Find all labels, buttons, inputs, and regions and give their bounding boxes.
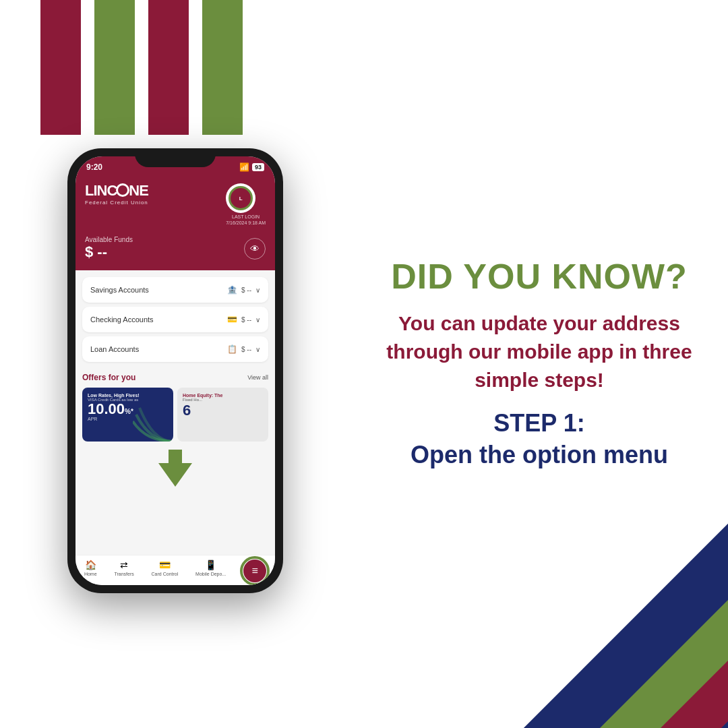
nav-transfers[interactable]: ⇄ Transfers [114, 559, 133, 582]
loan-account-label: Loan Accounts [90, 345, 139, 353]
offer-card-title: Low Rates, High Fives! [88, 393, 168, 398]
offer-card-main: Low Rates, High Fives! VISA Credit Cards… [82, 388, 173, 442]
checking-account-label: Checking Accounts [90, 315, 154, 324]
offers-header: Offers for you View all [82, 373, 268, 382]
nav-card-control[interactable]: 💳 Card Control [152, 559, 179, 582]
account-row-checking[interactable]: Checking Accounts 💳 $ -- ∨ [82, 307, 268, 332]
rainbow-decoration [133, 401, 173, 442]
offers-cards: Low Rates, High Fives! VISA Credit Cards… [82, 388, 268, 442]
status-right: 📶 93 [239, 162, 264, 172]
savings-icon: 🏦 [227, 285, 237, 295]
funds-info: Available Funds $ -- [85, 236, 133, 261]
eye-button[interactable]: 👁 [244, 238, 266, 260]
account-row-loan[interactable]: Loan Accounts 📋 $ -- ∨ [82, 336, 268, 362]
savings-account-label: Savings Accounts [90, 286, 149, 294]
account-row-savings[interactable]: Savings Accounts 🏦 $ -- ∨ [82, 277, 268, 303]
menu-button-area: ≡ [243, 559, 266, 582]
offer-card-2-rate: 6 [183, 402, 263, 419]
mobile-deposit-icon: 📱 [205, 559, 216, 570]
offer-card-2-content: Home Equity: The Fixed Ho... 6 [177, 388, 268, 442]
main-description: You can update your address through our … [377, 309, 701, 394]
avatar: L [226, 183, 255, 213]
battery-indicator: 93 [252, 163, 264, 171]
phone-mockup: 9:20 📶 93 LINCNE Federal Credit Union [67, 148, 283, 593]
did-you-know-heading: DID YOU KNOW? [391, 257, 688, 296]
view-all-link[interactable]: View all [247, 374, 268, 381]
phone-screen: 9:20 📶 93 LINCNE Federal Credit Union [75, 156, 275, 585]
savings-account-right: 🏦 $ -- ∨ [227, 285, 260, 295]
funds-amount: $ -- [85, 243, 133, 261]
transfers-icon: ⇄ [120, 559, 128, 570]
offer-card-2-title: Home Equity: The [183, 393, 263, 398]
last-login-date: 7/16/2024 9:18 AM [226, 220, 266, 225]
wifi-icon: 📶 [239, 162, 249, 172]
offers-title: Offers for you [82, 373, 135, 382]
savings-chevron: ∨ [255, 286, 260, 294]
loan-account-right: 📋 $ -- ∨ [227, 344, 260, 354]
checking-amount: $ -- [241, 316, 251, 324]
avatar-logo: L [239, 195, 243, 202]
home-icon: 🏠 [85, 559, 96, 570]
loan-amount: $ -- [241, 346, 251, 353]
logo-area: LINCNE Federal Credit Union [85, 183, 226, 206]
checking-account-right: 💳 $ -- ∨ [227, 315, 260, 324]
card-control-icon: 💳 [159, 559, 171, 570]
checking-chevron: ∨ [255, 316, 260, 324]
bottom-nav: 🏠 Home ⇄ Transfers 💳 Card Control 📱 Mobi… [75, 555, 275, 585]
accounts-list: Savings Accounts 🏦 $ -- ∨ Checking Accou… [75, 270, 275, 369]
savings-amount: $ -- [241, 286, 251, 294]
card-control-label: Card Control [152, 572, 179, 576]
nav-home[interactable]: 🏠 Home [84, 559, 97, 582]
offers-section: Offers for you View all Low Rates, High … [75, 369, 275, 444]
checking-icon: 💳 [227, 315, 237, 324]
svg-marker-0 [158, 450, 192, 487]
transfers-label: Transfers [114, 572, 133, 576]
last-login-label: LAST LOGIN [226, 214, 266, 219]
offer-card-visa[interactable]: Low Rates, High Fives! VISA Credit Cards… [82, 388, 173, 442]
avatar-inner: L [229, 186, 253, 210]
arrow-down-icon [158, 450, 192, 489]
left-panel: 9:20 📶 93 LINCNE Federal Credit Union [0, 0, 351, 728]
app-header: LINCNE Federal Credit Union L LAST LOGIN… [75, 178, 275, 236]
mobile-deposit-label: Mobile Depo... [195, 572, 226, 576]
avatar-area: L LAST LOGIN 7/16/2024 9:18 AM [226, 183, 266, 225]
nav-mobile-deposit[interactable]: 📱 Mobile Depo... [195, 559, 226, 582]
funds-label: Available Funds [85, 236, 133, 243]
step-label: STEP 1: Open the option menu [411, 408, 668, 471]
logo-subtitle: Federal Credit Union [85, 200, 226, 206]
funds-section: Available Funds $ -- 👁 [75, 236, 275, 270]
phone-notch [135, 148, 216, 167]
arrow-indicator-area [75, 444, 275, 492]
menu-highlight-ring [240, 556, 270, 585]
status-time: 9:20 [86, 162, 102, 172]
logo: LINCNE [85, 183, 226, 198]
loan-icon: 📋 [227, 344, 237, 354]
right-panel: DID YOU KNOW? You can update your addres… [351, 0, 728, 728]
offer-card-home-equity[interactable]: Home Equity: The Fixed Ho... 6 [177, 388, 268, 442]
home-label: Home [84, 572, 97, 576]
loan-chevron: ∨ [255, 346, 260, 353]
